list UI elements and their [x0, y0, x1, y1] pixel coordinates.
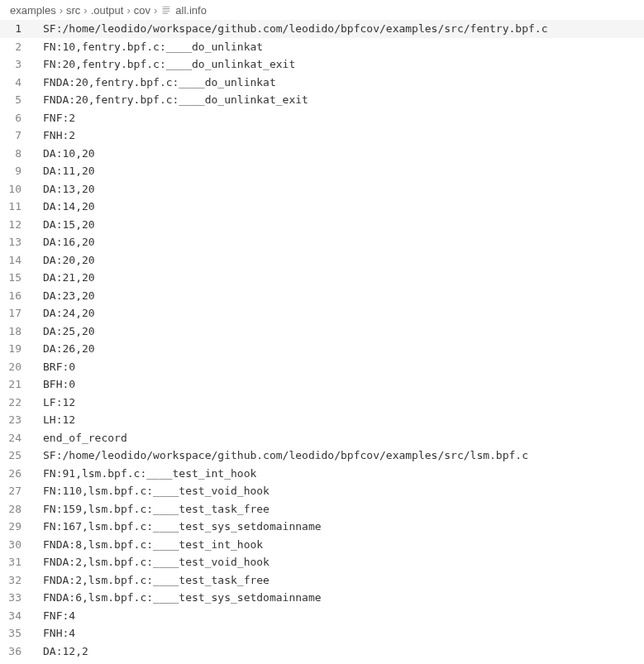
- line-content[interactable]: FN:167,lsm.bpf.c:____test_sys_setdomainn…: [43, 518, 322, 536]
- breadcrumb-item-0[interactable]: examples: [10, 4, 56, 17]
- editor-line[interactable]: 10DA:13,20: [0, 180, 644, 198]
- line-content[interactable]: LH:12: [43, 411, 75, 429]
- breadcrumb-item-2[interactable]: .output: [91, 4, 124, 17]
- editor-line[interactable]: 35FNH:4: [0, 624, 644, 643]
- editor-line[interactable]: 21BFH:0: [0, 375, 644, 394]
- line-number[interactable]: 25: [0, 447, 43, 465]
- line-content[interactable]: DA:13,20: [43, 180, 95, 198]
- editor-line[interactable]: 20BRF:0: [0, 358, 644, 376]
- editor-line[interactable]: 27FN:110,lsm.bpf.c:____test_void_hook: [0, 482, 644, 500]
- line-content[interactable]: FNF:4: [43, 607, 75, 625]
- line-content[interactable]: BRF:0: [43, 358, 75, 376]
- line-number[interactable]: 21: [0, 375, 43, 394]
- editor-line[interactable]: 13DA:16,20: [0, 233, 644, 251]
- editor-line[interactable]: 8DA:10,20: [0, 145, 644, 163]
- editor-line[interactable]: 36DA:12,2: [0, 643, 644, 661]
- line-number[interactable]: 15: [0, 269, 43, 287]
- line-number[interactable]: 19: [0, 340, 43, 358]
- line-number[interactable]: 23: [0, 411, 43, 429]
- line-number[interactable]: 2: [0, 38, 43, 56]
- line-number[interactable]: 32: [0, 571, 43, 590]
- line-content[interactable]: FNDA:2,lsm.bpf.c:____test_task_free: [43, 571, 270, 590]
- line-content[interactable]: FNDA:2,lsm.bpf.c:____test_void_hook: [43, 553, 270, 571]
- line-content[interactable]: DA:23,20: [43, 287, 95, 305]
- editor-line[interactable]: 24end_of_record: [0, 429, 644, 447]
- line-content[interactable]: DA:24,20: [43, 304, 95, 322]
- line-number[interactable]: 11: [0, 198, 43, 216]
- breadcrumb-item-file[interactable]: all.info: [175, 4, 207, 17]
- line-number[interactable]: 26: [0, 465, 43, 483]
- editor-line[interactable]: 17DA:24,20: [0, 304, 644, 322]
- line-content[interactable]: FN:20,fentry.bpf.c:____do_unlinkat_exit: [43, 55, 295, 74]
- editor-line[interactable]: 5FNDA:20,fentry.bpf.c:____do_unlinkat_ex…: [0, 91, 644, 109]
- line-number[interactable]: 36: [0, 643, 43, 661]
- editor-line[interactable]: 31FNDA:2,lsm.bpf.c:____test_void_hook: [0, 553, 644, 571]
- line-content[interactable]: FN:110,lsm.bpf.c:____test_void_hook: [43, 482, 270, 500]
- line-number[interactable]: 34: [0, 607, 43, 625]
- line-content[interactable]: FNDA:20,fentry.bpf.c:____do_unlinkat: [43, 74, 276, 92]
- editor-line[interactable]: 4FNDA:20,fentry.bpf.c:____do_unlinkat: [0, 74, 644, 92]
- line-content[interactable]: FN:10,fentry.bpf.c:____do_unlinkat: [43, 38, 263, 56]
- editor-line[interactable]: 6FNF:2: [0, 109, 644, 127]
- line-content[interactable]: DA:26,20: [43, 340, 95, 358]
- editor-line[interactable]: 19DA:26,20: [0, 340, 644, 358]
- editor-line[interactable]: 22LF:12: [0, 394, 644, 412]
- line-content[interactable]: SF:/home/leodido/workspace/github.com/le…: [43, 447, 528, 465]
- line-number[interactable]: 18: [0, 322, 43, 341]
- line-content[interactable]: FN:159,lsm.bpf.c:____test_task_free: [43, 500, 270, 518]
- line-content[interactable]: FNH:2: [43, 127, 75, 145]
- line-content[interactable]: BFH:0: [43, 375, 75, 394]
- line-number[interactable]: 27: [0, 482, 43, 500]
- line-number[interactable]: 33: [0, 589, 43, 607]
- editor-line[interactable]: 11DA:14,20: [0, 198, 644, 216]
- line-number[interactable]: 4: [0, 74, 43, 92]
- line-number[interactable]: 29: [0, 518, 43, 536]
- line-content[interactable]: FNF:2: [43, 109, 75, 127]
- line-content[interactable]: DA:21,20: [43, 269, 95, 287]
- line-number[interactable]: 6: [0, 109, 43, 127]
- line-number[interactable]: 22: [0, 394, 43, 412]
- line-number[interactable]: 17: [0, 304, 43, 322]
- editor-line[interactable]: 29FN:167,lsm.bpf.c:____test_sys_setdomai…: [0, 518, 644, 536]
- line-content[interactable]: FNH:4: [43, 624, 75, 643]
- editor-line[interactable]: 34FNF:4: [0, 607, 644, 625]
- line-number[interactable]: 16: [0, 287, 43, 305]
- line-content[interactable]: FNDA:6,lsm.bpf.c:____test_sys_setdomainn…: [43, 589, 322, 607]
- editor-line[interactable]: 9DA:11,20: [0, 162, 644, 180]
- line-number[interactable]: 1: [0, 20, 43, 38]
- line-content[interactable]: DA:14,20: [43, 198, 95, 216]
- line-content[interactable]: end_of_record: [43, 429, 127, 447]
- editor-line[interactable]: 26FN:91,lsm.bpf.c:____test_int_hook: [0, 465, 644, 483]
- editor-line[interactable]: 14DA:20,20: [0, 251, 644, 270]
- line-number[interactable]: 7: [0, 127, 43, 145]
- editor-line[interactable]: 32FNDA:2,lsm.bpf.c:____test_task_free: [0, 571, 644, 590]
- editor-line[interactable]: 25SF:/home/leodido/workspace/github.com/…: [0, 447, 644, 465]
- line-content[interactable]: FNDA:8,lsm.bpf.c:____test_int_hook: [43, 536, 263, 554]
- line-number[interactable]: 28: [0, 500, 43, 518]
- line-number[interactable]: 8: [0, 145, 43, 163]
- line-content[interactable]: LF:12: [43, 394, 75, 412]
- breadcrumb-item-3[interactable]: cov: [134, 4, 150, 17]
- line-content[interactable]: DA:15,20: [43, 216, 95, 234]
- line-content[interactable]: DA:12,2: [43, 643, 88, 661]
- line-content[interactable]: DA:10,20: [43, 145, 95, 163]
- editor-line[interactable]: 2FN:10,fentry.bpf.c:____do_unlinkat: [0, 38, 644, 56]
- line-content[interactable]: DA:25,20: [43, 322, 95, 341]
- line-number[interactable]: 30: [0, 536, 43, 554]
- editor-line[interactable]: 15DA:21,20: [0, 269, 644, 287]
- line-number[interactable]: 24: [0, 429, 43, 447]
- line-number[interactable]: 31: [0, 553, 43, 571]
- editor-line[interactable]: 18DA:25,20: [0, 322, 644, 341]
- editor-line[interactable]: 30FNDA:8,lsm.bpf.c:____test_int_hook: [0, 536, 644, 554]
- code-editor[interactable]: 1SF:/home/leodido/workspace/github.com/l…: [0, 20, 644, 660]
- line-content[interactable]: FNDA:20,fentry.bpf.c:____do_unlinkat_exi…: [43, 91, 308, 109]
- editor-line[interactable]: 16DA:23,20: [0, 287, 644, 305]
- editor-line[interactable]: 33FNDA:6,lsm.bpf.c:____test_sys_setdomai…: [0, 589, 644, 607]
- line-number[interactable]: 10: [0, 180, 43, 198]
- line-number[interactable]: 5: [0, 91, 43, 109]
- editor-line[interactable]: 12DA:15,20: [0, 216, 644, 234]
- line-number[interactable]: 20: [0, 358, 43, 376]
- line-number[interactable]: 13: [0, 233, 43, 251]
- editor-line[interactable]: 3FN:20,fentry.bpf.c:____do_unlinkat_exit: [0, 55, 644, 74]
- line-content[interactable]: FN:91,lsm.bpf.c:____test_int_hook: [43, 465, 256, 483]
